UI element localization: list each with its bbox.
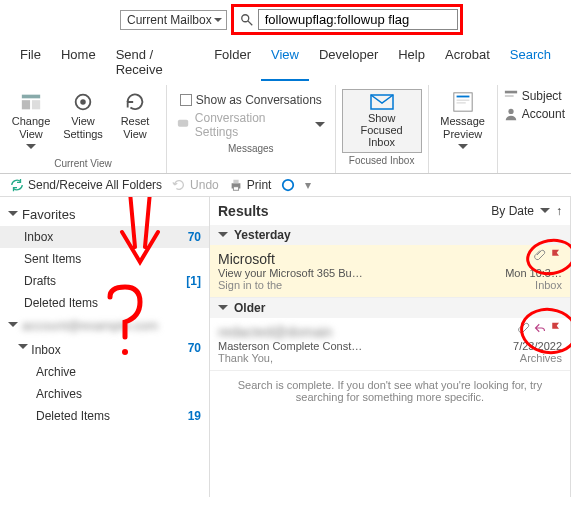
menu-folder[interactable]: Folder [204, 43, 261, 81]
mail-preview: Thank You, [218, 352, 273, 364]
conversation-settings-dropdown: Conversation Settings [175, 109, 327, 141]
mailbox-scope-dropdown[interactable]: Current Mailbox [120, 10, 227, 30]
chat-icon [177, 118, 191, 132]
svg-rect-18 [233, 187, 238, 191]
chevron-down-icon [8, 211, 18, 221]
nav-deleted-items-sub[interactable]: Deleted Items 19 [0, 405, 209, 427]
menu-help[interactable]: Help [388, 43, 435, 81]
nav-drafts[interactable]: Drafts [1] [0, 270, 209, 292]
view-settings-button[interactable]: View Settings [58, 89, 108, 143]
results-pane: Results By Date ↑ Yesterday Microsoft Vi… [210, 197, 571, 497]
chevron-down-icon [218, 305, 228, 315]
print-icon [229, 178, 243, 192]
reset-view-label: Reset View [114, 115, 156, 141]
mail-preview: Sign in to the [218, 279, 282, 291]
menu-file[interactable]: File [10, 43, 51, 81]
svg-point-6 [80, 99, 86, 105]
mail-folder: Archives [520, 352, 562, 364]
menu-bar: File Home Send / Receive Folder View Dev… [0, 39, 571, 85]
account-header[interactable]: account@example.com [0, 314, 209, 337]
account-icon [504, 107, 518, 121]
current-view-group-label: Current View [54, 156, 112, 171]
send-receive-all-button[interactable]: Send/Receive All Folders [10, 178, 162, 192]
sort-direction-icon[interactable]: ↑ [556, 204, 562, 218]
nav-deleted-items[interactable]: Deleted Items [0, 292, 209, 314]
undo-icon [172, 178, 186, 192]
sort-dropdown[interactable]: By Date ↑ [491, 204, 562, 218]
checkbox-icon [180, 94, 192, 106]
svg-rect-3 [22, 100, 30, 109]
arrange-subject[interactable]: Subject [504, 89, 565, 103]
chevron-down-icon [8, 322, 18, 332]
ribbon: Change View View Settings Reset View Cur… [0, 85, 571, 174]
svg-rect-14 [505, 95, 514, 97]
show-focused-inbox-button[interactable]: Show Focused Inbox [342, 89, 422, 153]
svg-point-19 [283, 180, 294, 191]
menu-home[interactable]: Home [51, 43, 106, 81]
reset-view-button[interactable]: Reset View [110, 89, 160, 143]
annotation-search-highlight [231, 4, 463, 35]
overflow-button[interactable]: ▾ [305, 178, 311, 192]
navigation-pane: Favorites Inbox 70 Sent Items Drafts [1]… [0, 197, 210, 497]
flag-icon[interactable] [550, 249, 562, 261]
mail-folder: Inbox [535, 279, 562, 291]
sync-icon [10, 178, 24, 192]
record-icon[interactable] [281, 178, 295, 192]
chevron-down-icon [218, 232, 228, 242]
svg-rect-4 [32, 100, 40, 109]
preview-icon [452, 91, 474, 113]
reset-icon [124, 91, 146, 113]
group-yesterday[interactable]: Yesterday [210, 225, 570, 245]
arrange-account[interactable]: Account [504, 107, 565, 121]
menu-view[interactable]: View [261, 43, 309, 81]
chevron-down-icon [540, 208, 550, 218]
mail-time: 7/23/2022 [513, 340, 562, 352]
mail-item[interactable]: redacted@domain Masterson Complete Const… [210, 318, 570, 371]
mail-item[interactable]: Microsoft View your Microsoft 365 Bu… Mo… [210, 245, 570, 298]
svg-rect-17 [233, 180, 238, 184]
svg-rect-2 [22, 95, 40, 99]
print-button[interactable]: Print [229, 178, 272, 192]
change-view-icon [20, 91, 42, 113]
menu-search[interactable]: Search [500, 43, 561, 81]
show-conversations-checkbox[interactable]: Show as Conversations [178, 91, 324, 109]
view-settings-label: View Settings [62, 115, 104, 141]
group-older[interactable]: Older [210, 298, 570, 318]
change-view-button[interactable]: Change View [6, 89, 56, 156]
favorites-header[interactable]: Favorites [0, 203, 209, 226]
search-complete-message: Search is complete. If you don't see wha… [210, 371, 570, 411]
search-input[interactable] [258, 9, 458, 30]
mail-time: Mon 10:3… [505, 267, 562, 279]
messages-group-label: Messages [228, 141, 274, 156]
svg-rect-7 [178, 120, 188, 127]
undo-button: Undo [172, 178, 219, 192]
search-icon [240, 13, 254, 27]
svg-point-0 [241, 14, 248, 21]
menu-acrobat[interactable]: Acrobat [435, 43, 500, 81]
nav-inbox[interactable]: Inbox 70 [0, 226, 209, 248]
nav-inbox-account[interactable]: Inbox 70 [0, 337, 209, 361]
nav-archive[interactable]: Archive [0, 361, 209, 383]
chevron-down-icon [18, 344, 28, 354]
focused-inbox-icon [370, 94, 394, 112]
focused-inbox-group-label: Focused Inbox [349, 153, 415, 168]
attachment-icon [534, 249, 546, 261]
nav-archives[interactable]: Archives [0, 383, 209, 405]
mail-subject: View your Microsoft 365 Bu… [218, 267, 363, 279]
gear-icon [72, 91, 94, 113]
mail-from: Microsoft [218, 251, 562, 267]
results-title: Results [218, 203, 269, 219]
mail-subject: Masterson Complete Const… [218, 340, 362, 352]
message-preview-button[interactable]: Message Preview [435, 89, 491, 156]
svg-line-1 [248, 20, 252, 24]
svg-point-15 [508, 109, 513, 114]
mail-from: redacted@domain [218, 324, 562, 340]
svg-rect-13 [505, 91, 517, 94]
menu-developer[interactable]: Developer [309, 43, 388, 81]
nav-sent-items[interactable]: Sent Items [0, 248, 209, 270]
change-view-label: Change View [10, 115, 52, 141]
menu-send-receive[interactable]: Send / Receive [106, 43, 205, 81]
subject-icon [504, 89, 518, 103]
